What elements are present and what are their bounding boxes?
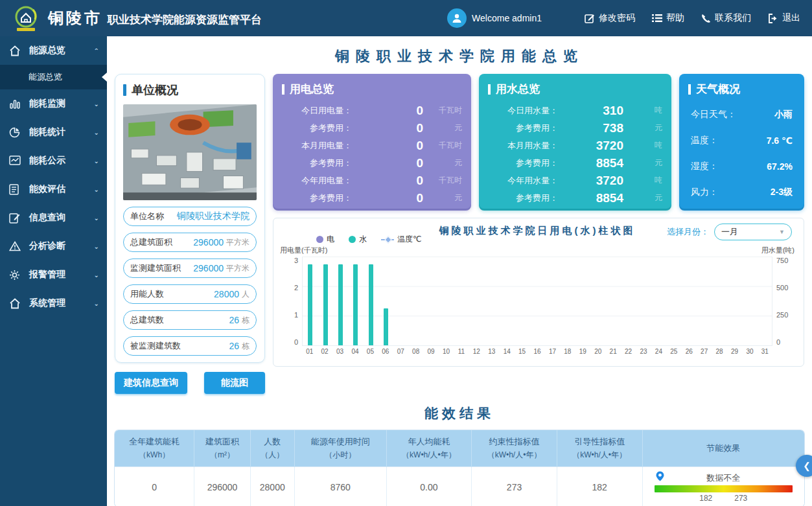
bar-slot[interactable] [348, 257, 363, 345]
bar-slot[interactable] [696, 257, 711, 345]
change-password-button[interactable]: 修改密码 [585, 12, 635, 24]
month-select[interactable]: 一月 ▼ [714, 224, 792, 240]
sidebar-item-energy-overview[interactable]: 能源总览 ⌃ [0, 36, 107, 65]
contact-us-button[interactable]: 联系我们 [701, 12, 751, 24]
logout-button[interactable]: 退出 [768, 12, 800, 24]
unit-overview-title: 单位概况 [123, 82, 257, 98]
sidebar-item-label: 系统管理 [29, 297, 65, 309]
x-axis-label: 31 [758, 348, 772, 355]
bar-slot[interactable] [303, 257, 318, 345]
bar-slot[interactable] [515, 257, 529, 345]
chevron-down-icon: ⌄ [94, 186, 99, 193]
水-bar[interactable] [384, 308, 388, 345]
bar-slot[interactable] [529, 257, 544, 345]
col-annual-hours: 能源年使用时间（小时） [294, 430, 386, 467]
edit-icon [585, 13, 595, 23]
bar-slot[interactable] [636, 257, 651, 345]
sidebar-item-label: 分析诊断 [29, 240, 65, 252]
water-panel-title: 用水总览 [488, 82, 662, 97]
sidebar-subitem-energy-overview[interactable]: 能源总览 [0, 65, 107, 89]
sidebar-item-energy-monitoring[interactable]: 能耗监测 ⌄ [0, 89, 107, 118]
bar-slot[interactable] [378, 257, 393, 345]
sidebar-item-efficiency-evaluation[interactable]: 能效评估 ⌄ [0, 175, 107, 203]
x-axis-label: 17 [545, 348, 560, 355]
bar-slot[interactable] [333, 257, 348, 345]
stat-row: 参考费用：8854元 [488, 154, 662, 172]
efficiency-table: 全年建筑能耗（kWh） 建筑面积（m²） 人数（人） 能源年使用时间（小时） 年… [115, 430, 804, 506]
水-bar[interactable] [353, 264, 358, 345]
sidebar-item-label: 能耗公示 [29, 155, 65, 167]
水-bar[interactable] [369, 264, 373, 345]
col-guidance-index: 引导性指标值（kW•h/人•年） [557, 430, 642, 467]
bar-slot[interactable] [590, 257, 605, 345]
stat-row: 今年用水量：3720吨 [488, 172, 662, 189]
bar-slot[interactable] [681, 257, 696, 345]
main-content: 铜陵职业技术学院用能总览 单位概况 [107, 36, 812, 506]
right-axis-title: 用水量(吨) [761, 246, 795, 255]
bar-slot[interactable] [621, 257, 636, 345]
cell-building-area: 296000 [194, 467, 251, 506]
bar-slot[interactable] [393, 257, 408, 345]
stat-row: 今年用电量：0千瓦时 [282, 172, 462, 189]
help-button[interactable]: 帮助 [652, 12, 684, 24]
building-info-query-button[interactable]: 建筑信息查询 [115, 372, 187, 394]
sidebar-item-analysis-diagnosis[interactable]: 分析诊断 ⌄ [0, 232, 107, 260]
x-axis-label: 29 [727, 348, 742, 355]
x-axis-label: 25 [666, 348, 681, 355]
legend-water[interactable]: 水 [349, 234, 367, 245]
bar-slot[interactable] [712, 257, 726, 345]
chart-plot[interactable] [302, 257, 772, 346]
bar-slot[interactable] [484, 257, 499, 345]
col-saving-effect: 节能效果 [642, 430, 804, 467]
cell-guidance-index: 182 [557, 467, 642, 506]
sidebar-nav: 能源总览 ⌃ 能源总览 能耗监测 ⌄ 能耗统计 ⌄ 能耗公示 ⌄ 能效评估 ⌄ … [0, 36, 107, 506]
bar-slot[interactable] [726, 257, 741, 345]
logout-icon [768, 14, 778, 23]
sidebar-item-energy-statistics[interactable]: 能耗统计 ⌄ [0, 118, 107, 146]
energy-users-field: 用能人数 28000 人 [123, 284, 257, 304]
cell-constraint-index: 273 [472, 467, 557, 506]
bar-slot[interactable] [605, 257, 620, 345]
bar-slot[interactable] [666, 257, 681, 345]
bar-slot[interactable] [545, 257, 560, 345]
energy-flow-button[interactable]: 能流图 [204, 372, 265, 394]
bar-slot[interactable] [560, 257, 575, 345]
saving-effect-gauge: 数据不全 182 273 [655, 471, 793, 503]
bar-slot[interactable] [575, 257, 590, 345]
stat-row: 参考费用：8854元 [488, 189, 662, 207]
bar-slot[interactable] [424, 257, 439, 345]
unit-name-field: 单位名称 铜陵职业技术学院 [123, 207, 257, 226]
home-icon [9, 298, 23, 309]
水-bar[interactable] [323, 264, 328, 345]
sidebar-item-info-query[interactable]: 信息查询 ⌄ [0, 203, 107, 232]
bar-slot[interactable] [651, 257, 666, 345]
sidebar-item-system-management[interactable]: 系统管理 ⌄ [0, 289, 107, 317]
bar-slot[interactable] [500, 257, 515, 345]
bar-slot[interactable] [363, 257, 378, 345]
sidebar-item-energy-publicity[interactable]: 能耗公示 ⌄ [0, 146, 107, 175]
bar-slot[interactable] [741, 257, 756, 345]
document-icon [9, 184, 23, 195]
水-bar[interactable] [308, 264, 312, 345]
bar-slot[interactable] [318, 257, 332, 345]
help-label: 帮助 [666, 12, 684, 24]
logout-label: 退出 [782, 12, 800, 24]
bar-slot[interactable] [757, 257, 772, 345]
sidebar-item-alarm-management[interactable]: 报警管理 ⌄ [0, 260, 107, 289]
month-select-label: 选择月份： [667, 226, 709, 238]
electricity-dot-icon [316, 236, 323, 243]
bar-slot[interactable] [454, 257, 469, 345]
campus-image [123, 104, 257, 200]
weather-overview-panel: 天气概况 今日天气：小雨 温度：7.6 ℃ 湿度：67.2% 风力：2-3级 [679, 74, 804, 209]
legend-electricity[interactable]: 电 [316, 234, 334, 245]
x-axis-label: 19 [575, 348, 590, 355]
bar-slot[interactable] [469, 257, 484, 345]
bar-slot[interactable] [439, 257, 454, 345]
legend-temperature[interactable]: 温度℃ [381, 234, 421, 245]
水-bar[interactable] [338, 264, 343, 345]
weather-row: 温度：7.6 ℃ [688, 128, 795, 154]
bar-slot[interactable] [409, 257, 424, 345]
x-axis-label: 03 [332, 348, 347, 355]
user-avatar[interactable] [447, 8, 467, 28]
daily-usage-chart-card: 铜陵职业技术学院日用电(水)柱状图 电 水 温度℃ 选择月份： 一月 ▼ [273, 218, 804, 367]
